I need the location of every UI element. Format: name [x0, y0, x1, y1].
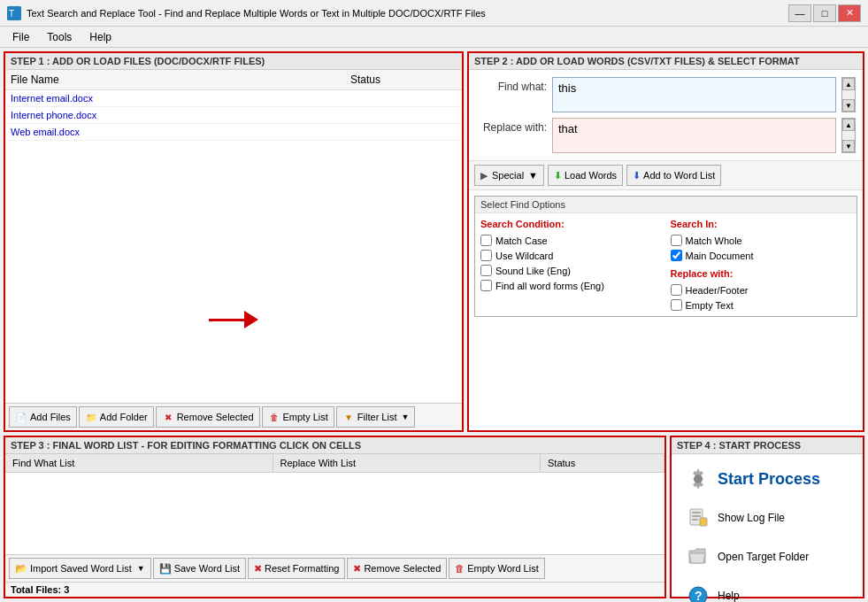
- find-row: Find what: ▲ ▼: [476, 77, 856, 112]
- step2-toolbar: ▶ Special ▼ ⬇ Load Words ⬇ Add to Word L…: [469, 160, 863, 190]
- special-icon: ▶: [480, 170, 488, 181]
- remove-selected-button[interactable]: ✖ Remove Selected: [156, 406, 260, 428]
- load-words-icon: ⬇: [554, 170, 562, 181]
- replace-with-col-label: Replace with:: [671, 268, 852, 279]
- step3-table-header: Find What List Replace With List Status: [5, 454, 664, 473]
- step3-header: STEP 3 : FINAL WORD LIST - FOR EDITING F…: [5, 437, 664, 454]
- find-input[interactable]: [552, 77, 836, 112]
- sound-like-label: Sound Like (Eng): [495, 266, 571, 276]
- menu-tools[interactable]: Tools: [38, 29, 81, 45]
- step3-table: Find What List Replace With List Status: [5, 454, 664, 554]
- save-word-list-button[interactable]: 💾 Save Word List: [153, 558, 246, 579]
- step3-footer: Total Files: 3: [5, 582, 664, 597]
- header-footer-checkbox[interactable]: [671, 284, 682, 296]
- find-all-word-forms-label: Find all word forms (Eng): [495, 281, 604, 291]
- show-log-file-button[interactable]: Show Log File: [680, 502, 854, 534]
- col-find-what: Find What List: [5, 454, 273, 472]
- find-scroll-up[interactable]: ▲: [842, 78, 855, 90]
- match-case-label: Match Case: [495, 235, 548, 246]
- table-row[interactable]: Web email.docx: [5, 124, 462, 141]
- option-use-wildcard: Use Wildcard: [480, 250, 662, 261]
- add-to-word-list-button[interactable]: ⬇ Add to Word List: [626, 165, 721, 186]
- file-status-2: [350, 110, 457, 120]
- search-condition-col: Search Condition: Match Case Use Wildcar…: [480, 219, 662, 311]
- empty-word-list-button[interactable]: 🗑 Empty Word List: [449, 558, 545, 579]
- step2-panel: STEP 2 : ADD OR LOAD WORDS (CSV/TXT FILE…: [467, 51, 864, 432]
- empty-text-checkbox[interactable]: [671, 299, 682, 311]
- start-process-button[interactable]: Start Process: [680, 463, 854, 495]
- add-files-button[interactable]: 📄 Add Files: [9, 406, 77, 428]
- search-in-label: Search In:: [671, 219, 852, 229]
- option-sound-like: Sound Like (Eng): [480, 265, 662, 276]
- show-log-icon: [686, 506, 711, 530]
- sound-like-checkbox[interactable]: [480, 265, 492, 276]
- menu-bar: File Tools Help: [0, 27, 868, 48]
- open-folder-icon: [686, 544, 711, 569]
- header-footer-label: Header/Footer: [686, 285, 749, 296]
- replace-scroll-down[interactable]: ▼: [842, 140, 855, 152]
- find-scrollbar[interactable]: ▲ ▼: [841, 77, 856, 112]
- reset-formatting-button[interactable]: ✖ Reset Formatting: [248, 558, 345, 579]
- find-scroll-down[interactable]: ▼: [842, 99, 855, 112]
- step4-header: STEP 4 : START PROCESS: [672, 437, 863, 454]
- remove-icon: ✖: [162, 411, 174, 423]
- file-name-1: Internet email.docx: [11, 93, 350, 104]
- menu-file[interactable]: File: [4, 29, 38, 45]
- col-replace-with: Replace With List: [273, 454, 542, 472]
- close-button[interactable]: ✕: [838, 4, 861, 22]
- step1-header: STEP 1 : ADD OR LOAD FILES (DOC/DOCX/RTF…: [5, 53, 462, 70]
- replace-label: Replace with:: [476, 118, 547, 134]
- step2-header: STEP 2 : ADD OR LOAD WORDS (CSV/TXT FILE…: [469, 53, 863, 70]
- svg-rect-4: [692, 512, 701, 513]
- save-word-list-icon: 💾: [159, 563, 172, 575]
- replace-scrollbar[interactable]: ▲ ▼: [841, 118, 856, 153]
- open-target-folder-button[interactable]: Open Target Folder: [680, 541, 854, 573]
- empty-icon: 🗑: [268, 411, 280, 423]
- table-row[interactable]: Internet email.docx: [5, 90, 462, 107]
- step4-panel: STEP 4 : START PROCESS Start Process: [670, 436, 864, 598]
- menu-help[interactable]: Help: [81, 29, 120, 45]
- table-row[interactable]: Internet phone.docx: [5, 107, 462, 124]
- col-status: Status: [541, 454, 664, 472]
- match-whole-checkbox[interactable]: [671, 235, 682, 246]
- replace-row: Replace with: ▲ ▼: [476, 118, 856, 153]
- title-bar: T Text Search and Replace Tool - Find an…: [0, 0, 868, 27]
- import-saved-word-list-button[interactable]: 📂 Import Saved Word List ▼: [9, 558, 151, 579]
- help-icon: ?: [686, 583, 711, 602]
- option-header-footer: Header/Footer: [671, 284, 852, 296]
- filter-list-button[interactable]: ▼ Filter List ▼: [336, 406, 416, 428]
- use-wildcard-checkbox[interactable]: [480, 250, 492, 261]
- find-label: Find what:: [476, 77, 547, 93]
- replace-input[interactable]: [552, 118, 836, 153]
- maximize-button[interactable]: □: [813, 4, 836, 22]
- find-all-word-forms-checkbox[interactable]: [480, 280, 492, 291]
- match-whole-label: Match Whole: [686, 235, 742, 246]
- add-folder-button[interactable]: 📁 Add Folder: [79, 406, 154, 428]
- option-match-whole: Match Whole: [671, 235, 852, 246]
- file-status-3: [350, 127, 457, 137]
- special-button[interactable]: ▶ Special ▼: [474, 165, 544, 186]
- empty-list-button[interactable]: 🗑 Empty List: [262, 406, 334, 428]
- help-button[interactable]: ? Help: [680, 580, 854, 602]
- file-table-header: File Name Status: [5, 70, 462, 90]
- show-log-label: Show Log File: [718, 512, 785, 524]
- minimize-button[interactable]: —: [788, 4, 811, 22]
- remove-selected-step3-button[interactable]: ✖ Remove Selected: [347, 558, 447, 579]
- file-status-1: [350, 93, 457, 104]
- match-case-checkbox[interactable]: [480, 235, 492, 246]
- load-words-button[interactable]: ⬇ Load Words: [548, 165, 623, 186]
- import-icon: 📂: [15, 563, 27, 575]
- options-header: Select Find Options: [475, 197, 856, 213]
- app-title: Text Search and Replace Tool - Find and …: [27, 8, 486, 19]
- main-document-label: Main Document: [686, 251, 754, 261]
- open-target-folder-label: Open Target Folder: [718, 551, 809, 563]
- main-document-checkbox[interactable]: [671, 250, 682, 261]
- option-match-case: Match Case: [480, 235, 662, 246]
- replace-scroll-up[interactable]: ▲: [842, 119, 855, 131]
- remove-selected-icon: ✖: [353, 563, 361, 575]
- file-name-3: Web email.docx: [11, 127, 350, 137]
- help-label: Help: [718, 590, 740, 602]
- step3-panel: STEP 3 : FINAL WORD LIST - FOR EDITING F…: [4, 436, 666, 598]
- add-files-icon: 📄: [15, 411, 27, 423]
- import-dropdown-arrow: ▼: [137, 564, 145, 573]
